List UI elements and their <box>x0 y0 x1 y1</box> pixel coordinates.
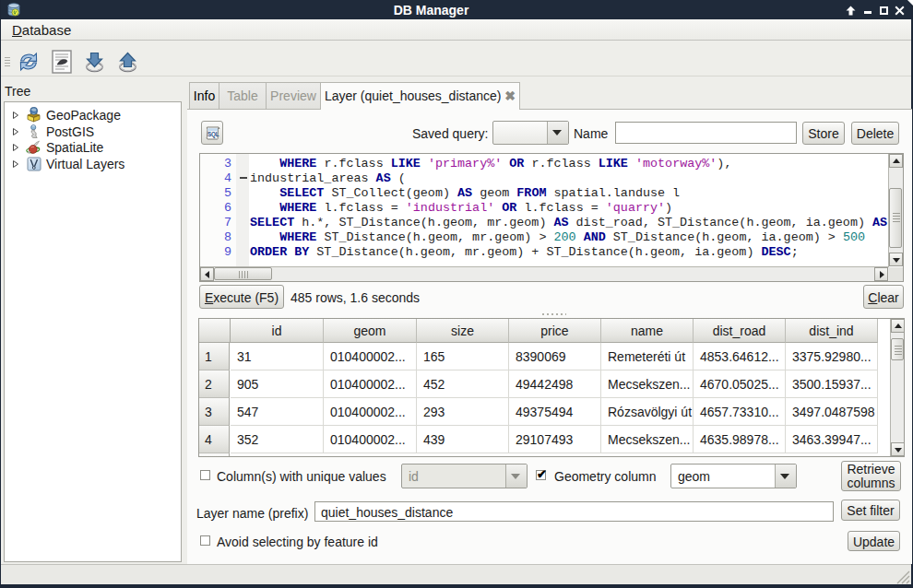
svg-text:SQL: SQL <box>208 131 219 138</box>
